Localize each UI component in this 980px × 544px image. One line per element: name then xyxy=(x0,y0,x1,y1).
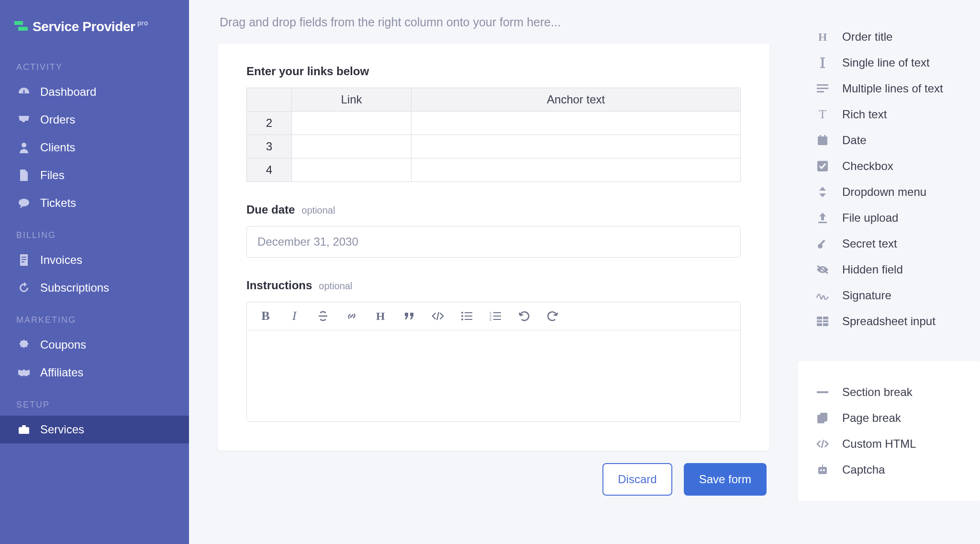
palette-group-layout: Section break Page break Custom HTML Cap… xyxy=(798,361,980,501)
palette-item-label: Rich text xyxy=(842,108,887,121)
cell-link[interactable] xyxy=(292,159,412,182)
sidebar-item-services[interactable]: Services xyxy=(0,416,189,443)
palette-item-label: Signature xyxy=(842,289,891,302)
italic-icon[interactable]: I xyxy=(288,310,301,322)
strikethrough-icon[interactable] xyxy=(317,310,329,322)
sidebar-item-files[interactable]: Files xyxy=(0,161,189,189)
undo-icon[interactable] xyxy=(518,310,530,322)
sidebar-item-affiliates[interactable]: Affiliates xyxy=(0,359,189,386)
heading-icon: H xyxy=(816,31,829,43)
palette-item-label: Hidden field xyxy=(842,263,903,276)
palette-item-signature[interactable]: Signature xyxy=(813,283,966,308)
palette-item-rich-text[interactable]: TRich text xyxy=(813,102,966,127)
cell-anchor[interactable] xyxy=(412,135,741,159)
cell-anchor[interactable] xyxy=(412,159,741,182)
sidebar-item-coupons[interactable]: Coupons xyxy=(0,331,189,359)
label-text: Instructions xyxy=(246,279,312,292)
sidebar-item-clients[interactable]: Clients xyxy=(0,134,189,161)
row-num: 4 xyxy=(247,159,292,182)
sidebar-item-orders[interactable]: Orders xyxy=(0,106,189,134)
palette-item-section-break[interactable]: Section break xyxy=(813,379,966,405)
sidebar-item-label: Files xyxy=(40,169,65,182)
buttons-row: Discard Save form xyxy=(218,463,769,496)
editor-toolbar: B I H 123 xyxy=(247,302,740,330)
svg-rect-6 xyxy=(22,261,24,262)
optional-tag: optional xyxy=(301,205,335,216)
save-button[interactable]: Save form xyxy=(684,463,767,496)
palette-item-date[interactable]: Date xyxy=(813,127,966,153)
svg-rect-18 xyxy=(493,316,501,317)
heading-icon[interactable]: H xyxy=(374,310,387,322)
sidebar-item-tickets[interactable]: Tickets xyxy=(0,189,189,217)
sidebar-item-invoices[interactable]: Invoices xyxy=(0,246,189,274)
palette-item-multi-line[interactable]: Multiple lines of text xyxy=(813,76,966,102)
inbox-icon xyxy=(16,113,32,126)
sidebar-item-dashboard[interactable]: Dashboard xyxy=(0,78,189,106)
sidebar-item-label: Affiliates xyxy=(40,366,83,379)
quote-icon[interactable] xyxy=(403,310,415,322)
sort-icon xyxy=(816,186,829,198)
palette-item-secret[interactable]: Secret text xyxy=(813,231,966,257)
palette-item-spreadsheet[interactable]: Spreadsheet input xyxy=(813,308,966,334)
row-num: 2 xyxy=(247,112,292,135)
svg-rect-21 xyxy=(817,84,828,86)
sidebar: Service Provider pro ACTIVITY Dashboard … xyxy=(0,0,189,544)
svg-rect-26 xyxy=(820,135,821,137)
sidebar-item-label: Invoices xyxy=(40,253,82,267)
palette-item-hidden[interactable]: Hidden field xyxy=(813,257,966,283)
discard-button[interactable]: Discard xyxy=(602,463,672,496)
svg-text:2: 2 xyxy=(490,315,491,318)
svg-text:1: 1 xyxy=(490,311,491,315)
link-icon[interactable] xyxy=(345,310,358,322)
svg-rect-27 xyxy=(824,135,825,137)
due-date-input[interactable]: December 31, 2030 xyxy=(246,226,741,258)
palette-item-single-line[interactable]: Single line of text xyxy=(813,50,966,76)
editor-body[interactable] xyxy=(247,330,740,421)
table-icon xyxy=(816,315,829,328)
cell-link[interactable] xyxy=(292,135,412,159)
palette-item-label: Single line of text xyxy=(842,56,930,69)
logo-text: Service Provider xyxy=(33,19,135,34)
sidebar-item-label: Services xyxy=(40,423,84,436)
palette-item-label: Multiple lines of text xyxy=(842,82,943,95)
col-header-anchor: Anchor text xyxy=(412,88,741,112)
code-icon[interactable] xyxy=(432,310,444,322)
text-icon: T xyxy=(816,108,829,121)
palette-group-fields: HOrder title Single line of text Multipl… xyxy=(798,24,980,339)
drag-hint: Drag and drop fields from the right colu… xyxy=(218,0,769,44)
svg-rect-16 xyxy=(493,312,501,313)
svg-rect-7 xyxy=(19,427,29,434)
logo-suffix: pro xyxy=(137,19,148,27)
robot-icon xyxy=(816,464,829,476)
briefcase-icon xyxy=(16,423,32,436)
palette-item-checkbox[interactable]: Checkbox xyxy=(813,153,966,179)
palette-item-custom-html[interactable]: Custom HTML xyxy=(813,431,966,457)
palette-item-label: Date xyxy=(842,134,867,147)
palette-item-label: Secret text xyxy=(842,237,897,250)
sidebar-item-label: Subscriptions xyxy=(40,281,109,295)
svg-rect-36 xyxy=(817,391,828,393)
cell-anchor[interactable] xyxy=(412,112,741,135)
bold-icon[interactable]: B xyxy=(259,310,272,322)
redo-icon[interactable] xyxy=(546,310,559,322)
palette-item-file-upload[interactable]: File upload xyxy=(813,205,966,231)
numbered-list-icon[interactable]: 123 xyxy=(489,310,501,322)
svg-rect-42 xyxy=(822,465,823,467)
palette-item-label: Order title xyxy=(842,30,892,44)
palette-item-order-title[interactable]: HOrder title xyxy=(813,24,966,50)
section-label-activity: ACTIVITY xyxy=(0,49,189,78)
svg-rect-14 xyxy=(465,319,472,320)
palette-item-label: Section break xyxy=(842,385,913,399)
palette-item-page-break[interactable]: Page break xyxy=(813,405,966,431)
palette-item-captcha[interactable]: Captcha xyxy=(813,457,966,483)
sidebar-item-label: Orders xyxy=(40,113,75,126)
links-field: Enter your links below Link Anchor text … xyxy=(246,65,741,182)
label-text: Due date xyxy=(246,203,295,216)
palette-item-dropdown[interactable]: Dropdown menu xyxy=(813,179,966,205)
svg-point-2 xyxy=(22,143,26,147)
sidebar-item-label: Clients xyxy=(40,141,75,154)
palette-item-label: File upload xyxy=(842,211,898,225)
bullet-list-icon[interactable] xyxy=(460,310,473,322)
sidebar-item-subscriptions[interactable]: Subscriptions xyxy=(0,274,189,302)
cell-link[interactable] xyxy=(292,112,412,135)
